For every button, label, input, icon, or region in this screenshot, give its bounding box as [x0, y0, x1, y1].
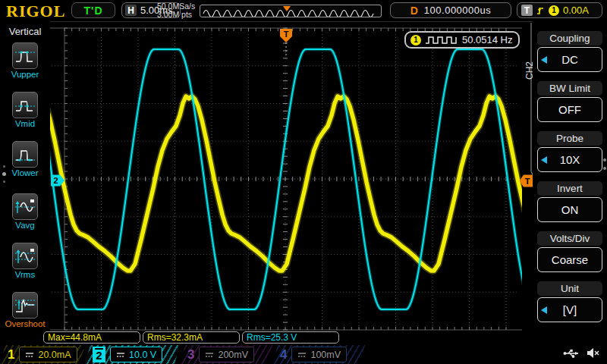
acquisition-rates: 50.0MSa/s 3.00M pts [157, 2, 195, 19]
ch1-scale: 20.0mA [38, 350, 71, 360]
bwlimit-value[interactable]: OFF [537, 97, 602, 122]
oscilloscope-screen: RIGOL T'D H 5.00ms 50.0MSa/s 3.00M pts D… [0, 0, 607, 364]
channel-2-indicator[interactable]: 2 10.0 V [85, 345, 180, 364]
memory-position-bar[interactable] [200, 5, 382, 17]
voltsdiv-value-text: Coarse [552, 253, 588, 266]
right-menu-page-indicator [603, 158, 606, 170]
waveform-display: T2 [50, 23, 522, 331]
overshoot-icon [14, 297, 36, 315]
menu-item-coupling[interactable]: Coupling DC [537, 31, 602, 72]
coupling-label: Coupling [537, 31, 602, 46]
freq-channel-badge: 1 [410, 35, 421, 46]
status-icons [563, 347, 599, 359]
measurement-rms-ch1: Rms=32.3mA [143, 331, 240, 344]
delay-icon: D [410, 5, 418, 17]
menu-item-vmid[interactable]: Vmid [0, 92, 50, 128]
ch2-scale: 10.0 V [129, 350, 156, 360]
unit-value-text: [V] [563, 303, 577, 316]
trigger-status-text: T'D [84, 5, 103, 17]
delay-value: 100.000000us [424, 5, 491, 16]
graticule [50, 28, 522, 330]
vlower-icon [14, 146, 36, 164]
trigger-icon: T [521, 5, 533, 16]
menu-item-bwlimit[interactable]: BW Limit OFF [537, 81, 602, 122]
unit-label: Unit [537, 281, 602, 296]
delay-readout[interactable]: D 100.000000us [390, 2, 511, 18]
channel-status-bar: 1 20.0mA 2 10.0 V [0, 345, 607, 364]
measurement-readout-row: Max=44.8mA Rms=32.3mA Rms=25.3 V [0, 331, 607, 345]
horizontal-icon: H [125, 5, 137, 16]
rising-edge-icon [536, 5, 545, 16]
ch3-scale: 200mV [218, 350, 248, 360]
unit-value[interactable]: [V] [537, 297, 602, 322]
vertical-measure-menu: Vertical Vupper Vmid Vlower [0, 21, 50, 331]
rigol-logo: RIGOL [6, 2, 65, 21]
menu-item-probe[interactable]: Probe 10X [537, 131, 602, 172]
menu-item-voltsdiv[interactable]: Volts/Div Coarse [537, 231, 602, 272]
trigger-level-value: 0.00A [563, 5, 589, 16]
trigger-position-marker[interactable]: T [280, 29, 292, 56]
menu-label-vupper: Vupper [0, 70, 50, 79]
channel-1-indicator[interactable]: 1 20.0mA [0, 345, 85, 364]
menu-item-overshoot[interactable]: Overshoot [0, 292, 50, 328]
frequency-value: 50.0514 Hz [462, 34, 513, 46]
bwlimit-value-text: OFF [558, 103, 581, 116]
menu-item-invert[interactable]: Invert ON [537, 181, 602, 222]
channel-4-indicator[interactable]: 4 100mV [272, 345, 365, 364]
svg-text:T: T [284, 30, 289, 39]
dc-coupling-icon [205, 351, 214, 359]
menu-label-vavg: Vavg [0, 221, 50, 230]
usb-icon [563, 348, 580, 359]
top-status-bar: RIGOL T'D H 5.00ms 50.0MSa/s 3.00M pts D… [0, 0, 607, 22]
left-menu-title: Vertical [0, 26, 50, 37]
voltsdiv-value[interactable]: Coarse [537, 247, 602, 272]
bwlimit-label: BW Limit [537, 81, 602, 96]
menu-item-vupper[interactable]: Vupper [0, 42, 50, 79]
svg-text:2: 2 [53, 176, 58, 185]
coupling-value[interactable]: DC [537, 47, 602, 72]
left-menu-page-indicator [1, 165, 7, 183]
menu-label-overshoot: Overshoot [0, 319, 50, 328]
measurement-rms-ch2: Rms=25.3 V [242, 331, 339, 344]
option-arrow-icon [541, 306, 547, 314]
ch3-number: 3 [187, 347, 194, 362]
menu-item-unit[interactable]: Unit [V] [537, 281, 602, 322]
invert-label: Invert [537, 181, 602, 196]
menu-item-vavg[interactable]: Vavg [0, 193, 50, 230]
probe-value[interactable]: 10X [537, 147, 602, 172]
invert-value[interactable]: ON [537, 197, 602, 222]
dc-coupling-icon [297, 351, 307, 359]
invert-value-text: ON [561, 203, 579, 216]
menu-label-vmid: Vmid [0, 119, 50, 128]
trigger-status-badge: T'D [71, 2, 115, 18]
vavg-icon [14, 198, 36, 216]
vrms-icon [14, 247, 36, 265]
probe-value-text: 10X [560, 153, 580, 166]
ch1-number: 1 [8, 347, 14, 362]
ch2-number: 2 [96, 350, 102, 361]
vupper-icon [14, 47, 36, 65]
measurement-max: Max=44.8mA [43, 331, 140, 344]
trigger-source-badge: 1 [549, 5, 559, 16]
square-wave-icon [425, 35, 458, 45]
dc-coupling-icon [116, 351, 125, 359]
ch4-scale: 100mV [310, 350, 341, 360]
memory-depth: 3.00M pts [157, 11, 195, 19]
dc-coupling-icon [25, 351, 34, 359]
option-arrow-icon [541, 156, 547, 164]
probe-label: Probe [537, 131, 602, 146]
voltsdiv-label: Volts/Div [537, 231, 602, 246]
ch2-selected-chip: 2 [93, 347, 105, 362]
speaker-muted-icon [587, 347, 599, 359]
ch2-softkey-menu: Coupling DC BW Limit OFF Probe 10X Inver… [533, 21, 607, 331]
ch4-number: 4 [280, 347, 287, 362]
vmid-icon [14, 96, 36, 115]
option-arrow-icon [541, 56, 547, 64]
menu-item-vlower[interactable]: Vlower [0, 141, 50, 177]
coupling-value-text: DC [561, 53, 578, 66]
trigger-readout[interactable]: T 1 0.00A [517, 2, 602, 18]
memory-waveform-icon [200, 5, 379, 17]
menu-item-vrms[interactable]: Vrms [0, 243, 50, 279]
menu-label-vrms: Vrms [0, 270, 50, 279]
channel-3-indicator[interactable]: 3 200mV [180, 345, 272, 364]
